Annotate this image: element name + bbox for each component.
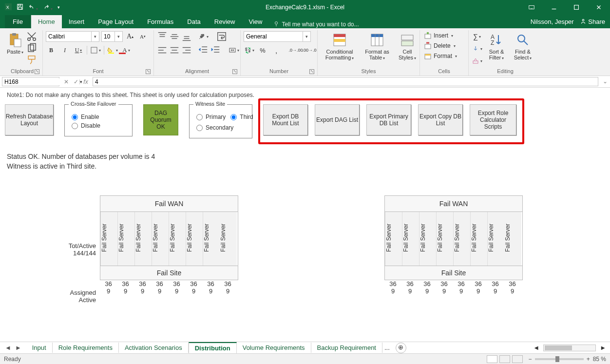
wrap-text-icon[interactable] (216, 31, 227, 42)
fail-server-cell[interactable]: Fail Server (134, 212, 152, 266)
sheet-tab-backup-requirements[interactable]: Backup Requirement (311, 343, 382, 353)
tab-formulas[interactable]: Formulas (140, 15, 180, 28)
delete-cells-button[interactable]: Delete (423, 41, 457, 50)
bold-icon[interactable]: B (46, 45, 57, 56)
fail-server-cell[interactable]: Fail Server (453, 212, 470, 266)
sheet-nav-prev-icon[interactable]: ◄ (5, 344, 11, 351)
fill-color-icon[interactable] (107, 45, 118, 56)
cell-styles-button[interactable]: Cell Styles (396, 31, 419, 61)
increase-font-icon[interactable]: A▴ (125, 31, 135, 42)
ribbon-options-icon[interactable] (520, 0, 543, 15)
decrease-font-icon[interactable]: A▾ (137, 31, 148, 42)
format-as-table-button[interactable]: Format as Table (362, 31, 393, 61)
account-name[interactable]: Nilsson, Jesper (531, 18, 574, 25)
decrease-indent-icon[interactable] (198, 45, 209, 56)
fail-server-cell[interactable]: Fail Server (117, 212, 134, 266)
fail-server-cell[interactable]: Fail Server (470, 212, 487, 266)
witness-primary-radio[interactable]: Primary (196, 114, 226, 120)
align-left-icon[interactable] (157, 45, 168, 56)
align-bottom-icon[interactable] (181, 31, 192, 42)
sheet-tabs-overflow[interactable]: ... (382, 344, 392, 351)
font-size-combo[interactable]: ▾ (101, 31, 123, 42)
number-format-combo[interactable]: ▾ (244, 31, 311, 42)
witness-third-radio[interactable]: Third (230, 114, 253, 120)
fail-server-cell[interactable]: Fail Server (152, 212, 169, 266)
cross-site-disable-radio[interactable]: Disable (72, 122, 125, 129)
zoom-slider[interactable] (535, 358, 584, 360)
align-center-icon[interactable] (169, 45, 180, 56)
tell-me-search[interactable]: Tell me what you want to do... (273, 20, 359, 28)
alignment-launcher-icon[interactable]: ⤡ (232, 69, 237, 74)
comma-icon[interactable]: , (271, 45, 282, 56)
cross-site-enable-radio[interactable]: Enable (72, 114, 125, 120)
maximize-icon[interactable] (565, 0, 588, 15)
insert-cells-button[interactable]: Insert (423, 31, 454, 40)
sheet-tab-distribution[interactable]: Distribution (189, 342, 237, 353)
save-icon[interactable] (17, 3, 23, 12)
font-name-combo[interactable]: ▾ (46, 31, 99, 42)
fail-server-cell[interactable]: Fail Server (169, 212, 186, 266)
fail-server-cell[interactable]: Fail Server (419, 212, 436, 266)
fail-server-cell[interactable]: Fail Server (220, 212, 237, 266)
sheet-nav-next-icon[interactable]: ► (15, 344, 21, 351)
format-painter-icon[interactable] (26, 55, 37, 65)
font-color-icon[interactable]: A (121, 45, 132, 56)
italic-icon[interactable]: I (59, 45, 70, 56)
horizontal-scrollbar[interactable] (543, 345, 596, 351)
sort-filter-button[interactable]: AZSort & Filter (484, 31, 509, 61)
qat-customize-icon[interactable]: ▾ (57, 5, 60, 10)
fail-server-cell[interactable]: Fail Server (385, 212, 402, 266)
sheet-tab-input[interactable]: Input (26, 343, 53, 353)
fail-server-cell[interactable]: Fail Server (504, 212, 521, 266)
sheet-tab-activation-scenarios[interactable]: Activation Scenarios (119, 343, 189, 353)
fill-icon[interactable] (472, 43, 482, 54)
increase-decimal-icon[interactable]: .0→.00 (290, 45, 301, 56)
border-icon[interactable] (90, 45, 101, 56)
zoom-level[interactable]: 85 % (593, 356, 606, 363)
tab-file[interactable]: File (5, 15, 31, 28)
formula-input[interactable] (93, 77, 598, 86)
new-sheet-button[interactable]: ⊕ (396, 343, 406, 353)
fx-cancel-icon[interactable]: ✕ (61, 78, 71, 85)
align-middle-icon[interactable] (169, 31, 180, 42)
fail-server-cell[interactable]: Fail Server (203, 212, 220, 266)
fail-server-cell[interactable]: Fail Server (100, 212, 117, 266)
minimize-icon[interactable] (543, 0, 565, 15)
name-box[interactable]: ▾ (2, 77, 59, 86)
page-break-view-icon[interactable] (512, 355, 523, 363)
clear-icon[interactable] (472, 56, 482, 66)
increase-indent-icon[interactable] (210, 45, 221, 56)
font-launcher-icon[interactable]: ⤡ (146, 69, 151, 74)
undo-icon[interactable] (28, 3, 38, 12)
copy-icon[interactable] (26, 43, 37, 54)
format-cells-button[interactable]: Format (423, 52, 458, 60)
accounting-format-icon[interactable]: 💱 (244, 45, 254, 56)
share-button[interactable]: Share (580, 18, 605, 25)
fail-server-cell[interactable]: Fail Server (186, 212, 203, 266)
tab-page-layout[interactable]: Page Layout (91, 15, 140, 28)
orientation-icon[interactable]: ab (198, 31, 209, 42)
percent-icon[interactable]: % (257, 45, 268, 56)
sheet-tab-role-requirements[interactable]: Role Requirements (53, 343, 119, 353)
fx-enter-icon[interactable]: ✓ (71, 78, 81, 85)
decrease-decimal-icon[interactable]: .00→.0 (304, 45, 315, 56)
tab-insert[interactable]: Insert (62, 15, 92, 28)
zoom-out-icon[interactable]: − (529, 356, 532, 363)
sheet-tab-volume-requirements[interactable]: Volume Requirements (237, 343, 311, 353)
witness-secondary-radio[interactable]: Secondary (196, 124, 245, 131)
close-icon[interactable] (588, 0, 610, 15)
align-top-icon[interactable] (157, 31, 168, 42)
autosum-icon[interactable]: ∑ (472, 31, 482, 42)
normal-view-icon[interactable] (487, 355, 497, 363)
clipboard-launcher-icon[interactable]: ⤡ (35, 69, 39, 74)
page-layout-view-icon[interactable] (499, 355, 510, 363)
tab-review[interactable]: Review (208, 15, 242, 28)
fail-server-cell[interactable]: Fail Server (487, 212, 504, 266)
tab-data[interactable]: Data (180, 15, 207, 28)
merge-center-icon[interactable] (229, 45, 239, 56)
align-right-icon[interactable] (181, 45, 192, 56)
formula-bar-expand-icon[interactable]: ⌄ (600, 76, 610, 87)
refresh-database-layout-button[interactable]: Refresh Database Layout (5, 104, 54, 135)
paste-button[interactable]: Paste (5, 31, 25, 56)
fx-icon[interactable]: fx (81, 78, 91, 85)
